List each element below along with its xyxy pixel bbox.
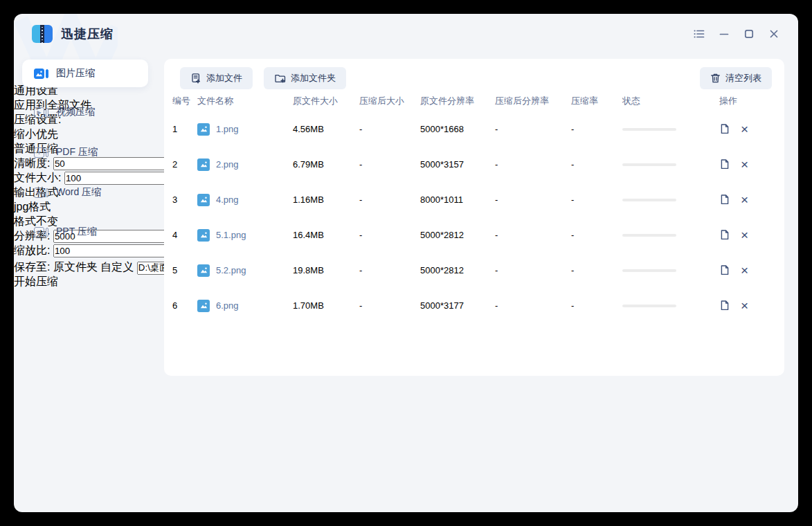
original-resolution: 8000*1011 (420, 194, 495, 205)
maximize-icon[interactable] (743, 28, 755, 40)
file-name-cell: 1.png (197, 123, 293, 136)
compressed-size: - (359, 124, 420, 134)
file-name: 5.1.png (216, 230, 246, 240)
original-size: 6.79MB (293, 159, 359, 170)
col-operations: 操作 (719, 95, 776, 107)
remove-file-icon[interactable]: × (741, 158, 748, 171)
clear-list-button[interactable]: 清空列表 (700, 67, 772, 89)
file-name-cell: 5.1.png (197, 229, 293, 242)
sidebar-item-pdf-compress[interactable]: Y PDF 压缩 (22, 138, 148, 166)
original-resolution: 5000*1668 (420, 124, 495, 134)
original-resolution: 5000*2812 (420, 265, 495, 275)
sidebar-item-label: 视频压缩 (56, 106, 95, 118)
remove-file-icon[interactable]: × (741, 123, 748, 136)
sidebar-item-label: PPT 压缩 (56, 226, 97, 238)
word-compress-icon: W (34, 188, 48, 198)
table-row[interactable]: 6 6.png 1.70MB - 5000*3177 - - × (164, 288, 784, 323)
compressed-resolution: - (495, 230, 571, 240)
open-file-icon[interactable] (719, 229, 730, 241)
compressed-resolution: - (495, 194, 571, 205)
sidebar-item-ppt-compress[interactable]: P PPT 压缩 (22, 218, 148, 246)
image-file-icon (197, 123, 210, 136)
open-file-icon[interactable] (719, 158, 730, 170)
ppt-compress-icon: P (34, 227, 48, 237)
file-name-cell: 6.png (197, 300, 293, 312)
save-to-label: 保存至: (14, 261, 50, 273)
sidebar-item-word-compress[interactable]: W Word 压缩 (22, 179, 148, 206)
file-name: 6.png (216, 300, 239, 311)
compressed-resolution: - (495, 265, 571, 275)
image-compress-icon (34, 69, 48, 79)
video-compress-icon: ▶ (34, 107, 48, 118)
file-name: 5.2.png (216, 265, 246, 275)
compressed-resolution: - (495, 300, 571, 311)
operations-cell: × (719, 123, 776, 136)
status-progress-bar (622, 269, 676, 272)
file-name: 2.png (216, 159, 239, 170)
list-menu-icon[interactable] (693, 28, 705, 40)
compressed-size: - (359, 159, 420, 170)
original-size: 19.8MB (293, 265, 359, 275)
original-size: 16.4MB (293, 230, 359, 240)
pdf-compress-icon: Y (34, 147, 48, 158)
add-file-button[interactable]: 添加文件 (180, 67, 253, 89)
remove-file-icon[interactable]: × (741, 264, 748, 277)
table-row[interactable]: 5 5.2.png 19.8MB - 5000*2812 - - × (164, 253, 784, 288)
close-icon[interactable] (768, 28, 780, 40)
row-number: 4 (172, 230, 197, 240)
compressed-resolution: - (495, 124, 571, 134)
remove-file-icon[interactable]: × (741, 193, 748, 206)
file-name: 4.png (216, 194, 239, 205)
minimize-icon[interactable] (718, 28, 730, 40)
compression-ratio: - (571, 159, 622, 170)
original-resolution: 5000*3177 (420, 300, 495, 311)
col-ratio: 压缩率 (571, 95, 622, 107)
col-compressed-size: 压缩后大小 (359, 95, 420, 107)
table-row[interactable]: 1 1.png 4.56MB - 5000*1668 - - × (164, 111, 784, 147)
compression-ratio: - (571, 194, 622, 205)
image-file-icon (197, 158, 210, 171)
operations-cell: × (719, 193, 776, 206)
app-window: 迅捷压缩 图片压缩 ▶ 视频压缩 Y PDF 压缩 (14, 14, 798, 512)
compression-ratio: - (571, 265, 622, 275)
scale-input[interactable] (53, 244, 179, 257)
original-size: 4.56MB (293, 124, 359, 134)
open-file-icon[interactable] (719, 194, 730, 206)
image-file-icon (197, 194, 210, 206)
compression-ratio: - (571, 300, 622, 311)
open-file-icon[interactable] (719, 123, 730, 135)
table-header: 编号 文件名称 原文件大小 压缩后大小 原文件分辨率 压缩后分辨率 压缩率 状态… (164, 92, 784, 110)
open-file-icon[interactable] (719, 264, 730, 276)
image-file-icon (197, 264, 210, 277)
folder-plus-icon (274, 73, 286, 84)
remove-file-icon[interactable]: × (741, 228, 748, 242)
table-row[interactable]: 2 2.png 6.79MB - 5000*3157 - - × (164, 147, 784, 182)
table-row[interactable]: 4 5.1.png 16.4MB - 5000*2812 - - × (164, 217, 784, 253)
original-resolution: 5000*3157 (420, 159, 495, 170)
status-progress-bar (622, 128, 676, 131)
zip-folder-icon (32, 25, 53, 43)
status-progress-bar (622, 234, 676, 237)
sidebar-item-label: 图片压缩 (56, 67, 95, 80)
remove-file-icon[interactable]: × (741, 299, 748, 312)
original-size: 1.16MB (293, 194, 359, 205)
trash-icon (710, 73, 721, 84)
operations-cell: × (719, 158, 776, 171)
sidebar-item-video-compress[interactable]: ▶ 视频压缩 (22, 98, 148, 126)
open-file-icon[interactable] (719, 300, 730, 311)
operations-cell: × (719, 228, 776, 242)
file-list-panel: 添加文件 添加文件夹 清空列表 编号 文件名称 原文件大小 压缩后大小 原文件 (164, 59, 784, 376)
table-row[interactable]: 3 4.png 1.16MB - 8000*1011 - - × (164, 182, 784, 217)
status-progress-bar (622, 305, 676, 307)
original-size: 1.70MB (293, 300, 359, 311)
document-plus-icon (190, 73, 201, 84)
col-original-size: 原文件大小 (293, 95, 359, 107)
sidebar-item-image-compress[interactable]: 图片压缩 (22, 60, 148, 87)
file-name-cell: 2.png (197, 158, 293, 171)
compressed-size: - (359, 194, 420, 205)
add-folder-button[interactable]: 添加文件夹 (264, 67, 346, 89)
file-name: 1.png (216, 124, 239, 134)
status-progress-bar (622, 199, 676, 201)
col-original-resolution: 原文件分辨率 (420, 95, 495, 107)
watermark-text: 压缩界面 (0, 0, 812, 15)
